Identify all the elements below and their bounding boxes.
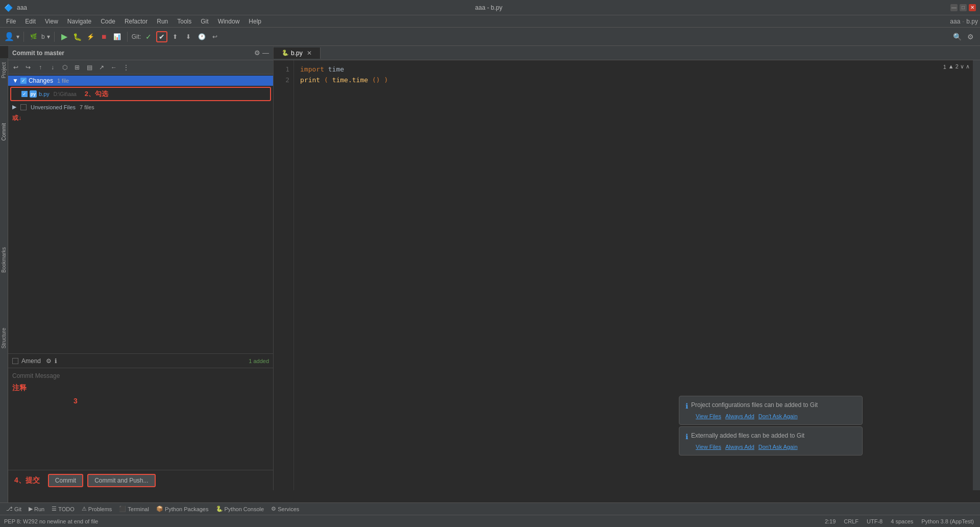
- code-editor[interactable]: 1 2 import time print ( time.time () ): [274, 60, 980, 490]
- changes-checkbox[interactable]: ✓: [20, 78, 27, 84]
- status-problems[interactable]: ⚠ Problems: [80, 506, 114, 512]
- stop-button[interactable]: ⏹: [99, 31, 110, 42]
- status-python-packages[interactable]: 📦 Python Packages: [154, 506, 211, 512]
- file-checkbox[interactable]: ✓: [21, 91, 28, 97]
- unversioned-checkbox[interactable]: [20, 104, 27, 110]
- project-sidebar-label[interactable]: Project: [1, 60, 7, 80]
- indent-info[interactable]: 4 spaces: [889, 518, 915, 524]
- run-button[interactable]: ▶: [59, 31, 70, 42]
- profile-button[interactable]: 📊: [112, 31, 123, 42]
- python-console-label: Python Console: [225, 506, 264, 512]
- maximize-button[interactable]: □: [960, 4, 967, 11]
- structure-sidebar-label[interactable]: Structure: [1, 326, 7, 351]
- unversioned-header[interactable]: ▶ Unversioned Files 7 files: [8, 102, 273, 112]
- commit-down-icon[interactable]: ↓: [47, 62, 58, 73]
- annotation-or: 或↓: [8, 112, 273, 125]
- user-icon[interactable]: 👤: [4, 32, 14, 41]
- editor-scrollbar[interactable]: [973, 60, 980, 490]
- menu-navigate[interactable]: Navigate: [63, 17, 95, 26]
- notification-2-dont-ask[interactable]: Don't Ask Again: [758, 444, 798, 450]
- status-todo[interactable]: ☰ TODO: [50, 506, 77, 512]
- notification-2-always-add[interactable]: Always Add: [725, 444, 754, 450]
- menu-view[interactable]: View: [41, 17, 62, 26]
- line-count-indicator: 1 ▲ 2 ∨ ∧: [943, 63, 970, 70]
- commit-refresh-icon[interactable]: ↩: [10, 62, 21, 73]
- commit-filter-icon[interactable]: ▤: [84, 62, 95, 73]
- code-content[interactable]: import time print ( time.time () ): [294, 60, 973, 490]
- menu-refactor[interactable]: Refactor: [120, 17, 152, 26]
- git-history-icon[interactable]: 🕐: [196, 31, 207, 42]
- language-info[interactable]: Python 3.8 (AppTest): [919, 518, 976, 524]
- commit-message-area[interactable]: Commit Message 注释 3: [8, 368, 273, 470]
- minimize-button[interactable]: —: [950, 4, 958, 11]
- search-everywhere-icon[interactable]: 🔍: [951, 31, 963, 42]
- info-icon-2: ℹ: [685, 433, 688, 441]
- commit-diff-icon[interactable]: ⬡: [59, 62, 70, 73]
- status-python-console[interactable]: 🐍 Python Console: [214, 506, 266, 512]
- status-run[interactable]: ▶ Run: [27, 506, 46, 512]
- menu-help[interactable]: Help: [244, 17, 265, 26]
- branch-icon[interactable]: 🌿: [28, 31, 39, 42]
- toolbar-separator-1: [23, 32, 24, 42]
- run-with-coverage[interactable]: ⚡: [85, 31, 96, 42]
- debug-button[interactable]: 🐛: [72, 31, 83, 42]
- bookmarks-sidebar-label[interactable]: Bookmarks: [1, 245, 7, 275]
- editor-area: 🐍 b.py ✕ 1 2 import time print (: [274, 46, 980, 490]
- commit-and-push-button[interactable]: Commit and Push...: [87, 474, 155, 487]
- editor-tab-bpy[interactable]: 🐍 b.py ✕: [274, 47, 321, 59]
- menu-window[interactable]: Window: [214, 17, 244, 26]
- git-pull-icon[interactable]: ⬇: [183, 31, 194, 42]
- changes-header[interactable]: ▼ ✓ Changes 1 file: [8, 76, 273, 86]
- settings-icon[interactable]: ⚙: [965, 31, 976, 42]
- amend-info-icon[interactable]: ℹ: [55, 357, 57, 365]
- tab-close-icon[interactable]: ✕: [307, 50, 312, 57]
- git-revert-icon[interactable]: ↩: [209, 31, 220, 42]
- commit-more-icon[interactable]: ⋮: [120, 62, 132, 73]
- cursor-position[interactable]: 2:19: [823, 518, 838, 524]
- fn-time-time: time.time: [332, 76, 368, 84]
- git-check-icon[interactable]: ✓: [143, 31, 154, 42]
- menu-git[interactable]: Git: [197, 17, 212, 26]
- commit-sidebar-label[interactable]: Commit: [1, 121, 7, 142]
- commit-message-text[interactable]: 注释: [12, 384, 269, 393]
- branch-name[interactable]: b: [41, 33, 45, 40]
- close-button[interactable]: ✕: [969, 4, 976, 11]
- notification-1-actions: View Files Always Add Don't Ask Again: [696, 413, 856, 419]
- amend-settings-icon[interactable]: ⚙: [46, 357, 52, 365]
- run-status-label: Run: [34, 506, 44, 512]
- bookmarks-sidebar: Project Commit Bookmarks Structure: [0, 58, 8, 515]
- menu-file[interactable]: File: [2, 17, 20, 26]
- menu-tools[interactable]: Tools: [173, 17, 195, 26]
- line-endings[interactable]: CRLF: [842, 518, 861, 524]
- git-panel-settings-icon[interactable]: ⚙: [254, 49, 260, 57]
- status-terminal[interactable]: ⬛ Terminal: [117, 506, 151, 512]
- amend-bar: Amend ⚙ ℹ 1 added: [8, 353, 273, 368]
- amend-checkbox[interactable]: [12, 358, 18, 364]
- branch-arrow[interactable]: ▾: [47, 33, 50, 40]
- git-commit-icon[interactable]: ✔: [156, 31, 167, 42]
- app-icon: 🔷: [4, 4, 13, 12]
- status-git[interactable]: ⎇ Git: [4, 506, 23, 512]
- status-services[interactable]: ⚙ Services: [269, 506, 301, 512]
- git-panel-minimize-icon[interactable]: —: [262, 49, 269, 57]
- file-encoding[interactable]: UTF-8: [865, 518, 885, 524]
- commit-expand-icon[interactable]: ↗: [96, 62, 107, 73]
- changes-list: ▼ ✓ Changes 1 file ✓ py b.py D:\Git\aaa …: [8, 75, 273, 353]
- commit-button[interactable]: Commit: [48, 474, 83, 487]
- notification-1-view-files[interactable]: View Files: [696, 413, 721, 419]
- git-push-icon[interactable]: ⬆: [169, 31, 181, 42]
- menu-run[interactable]: Run: [153, 17, 172, 26]
- commit-collapse-icon[interactable]: ←: [108, 62, 119, 73]
- commit-group-icon[interactable]: ⊞: [71, 62, 83, 73]
- commit-up-icon[interactable]: ↑: [35, 62, 46, 73]
- menu-code[interactable]: Code: [96, 17, 119, 26]
- toolbar-separator-2: [54, 32, 55, 42]
- changed-file-item[interactable]: ✓ py b.py D:\Git\aaa 2、勾选: [10, 87, 271, 101]
- notification-1-always-add[interactable]: Always Add: [725, 413, 754, 419]
- notification-1-dont-ask[interactable]: Don't Ask Again: [758, 413, 798, 419]
- commit-redo-icon[interactable]: ↪: [22, 62, 34, 73]
- python-packages-label: Python Packages: [165, 506, 209, 512]
- notification-2-view-files[interactable]: View Files: [696, 444, 721, 450]
- notification-1-text: ℹ Project configurations files can be ad…: [685, 401, 856, 410]
- menu-edit[interactable]: Edit: [21, 17, 40, 26]
